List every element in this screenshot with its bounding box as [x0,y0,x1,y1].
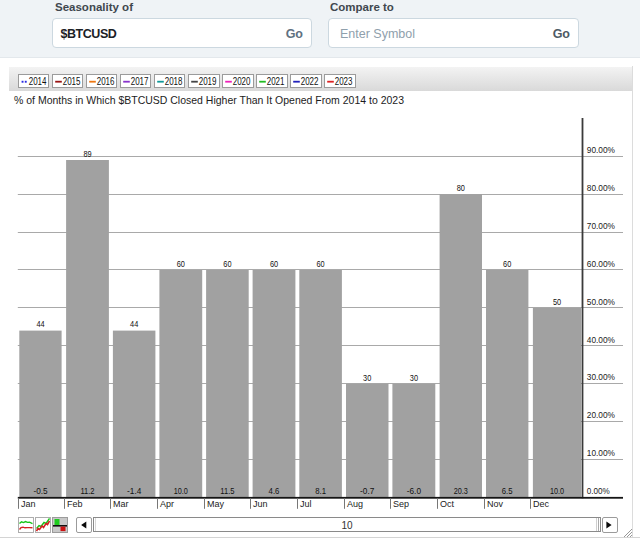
svg-text:89: 89 [83,149,91,159]
svg-text:Aug: Aug [347,499,363,509]
svg-text:44: 44 [36,319,44,329]
svg-text:% of Months in Which $BTCUSD C: % of Months in Which $BTCUSD Closed High… [14,94,404,106]
svg-text:60: 60 [503,259,511,269]
svg-text:60: 60 [317,259,325,269]
svg-text:2021: 2021 [267,76,285,87]
svg-text:10.0: 10.0 [550,486,564,496]
svg-text:Feb: Feb [67,499,83,509]
svg-text:11.5: 11.5 [220,486,234,496]
svg-text:4.6: 4.6 [269,486,280,496]
svg-text:10.00%: 10.00% [587,447,616,458]
svg-text:70.00%: 70.00% [587,220,616,231]
svg-text:10.0: 10.0 [174,486,188,496]
svg-text:2019: 2019 [199,76,217,87]
svg-text:90.00%: 90.00% [587,144,616,155]
svg-text:-1.4: -1.4 [127,486,141,496]
svg-text:Jan: Jan [21,499,36,509]
svg-text:20.00%: 20.00% [587,409,616,420]
svg-text:Dec: Dec [533,499,550,509]
svg-text:2023: 2023 [335,76,353,87]
svg-text:44: 44 [130,319,138,329]
svg-text:60: 60 [177,259,185,269]
svg-text:2022: 2022 [301,76,319,87]
svg-text:50.00%: 50.00% [587,296,616,307]
svg-text:Jul: Jul [300,499,312,509]
svg-text:8.1: 8.1 [315,486,326,496]
svg-text:50: 50 [553,297,561,307]
svg-text:30: 30 [410,373,418,383]
svg-text:Apr: Apr [160,499,174,509]
svg-text:Jun: Jun [253,499,268,509]
svg-text:40.00%: 40.00% [587,334,616,345]
svg-text:2017: 2017 [130,76,148,87]
svg-text:May: May [207,499,225,509]
svg-text:Sep: Sep [393,499,409,509]
svg-text:30.00%: 30.00% [587,371,616,382]
svg-text:Nov: Nov [487,499,504,509]
svg-text:-6.0: -6.0 [407,486,421,496]
svg-text:20.3: 20.3 [454,486,468,496]
svg-text:60.00%: 60.00% [587,258,616,269]
svg-text:30: 30 [363,373,371,383]
svg-text:2014: 2014 [28,76,46,87]
svg-text:80.00%: 80.00% [587,182,616,193]
svg-text:60: 60 [270,259,278,269]
svg-text:-0.7: -0.7 [360,486,374,496]
svg-text:-0.5: -0.5 [33,486,47,496]
svg-text:60: 60 [223,259,231,269]
svg-text:2018: 2018 [165,76,183,87]
svg-text:11.2: 11.2 [80,486,94,496]
svg-text:80: 80 [457,183,465,193]
svg-text:0.00%: 0.00% [587,485,610,496]
svg-text:Mar: Mar [113,499,129,509]
svg-text:Oct: Oct [440,499,455,509]
svg-text:2016: 2016 [96,76,114,87]
svg-text:2020: 2020 [233,76,251,87]
svg-text:2015: 2015 [62,76,80,87]
svg-text:6.5: 6.5 [502,486,513,496]
